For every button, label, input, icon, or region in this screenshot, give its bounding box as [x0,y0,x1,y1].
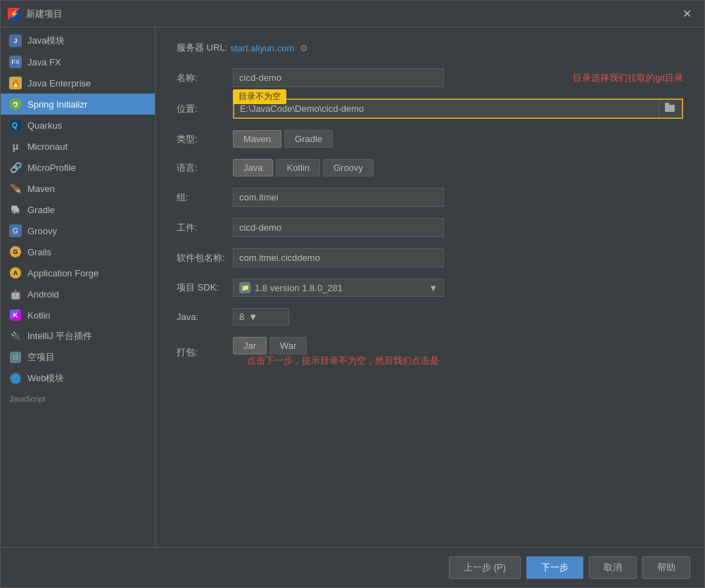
package-jar-button[interactable]: Jar [233,337,267,354]
sidebar-label-web: Web模块 [27,372,65,385]
location-field-wrap [233,98,683,119]
svg-point-0 [11,99,20,109]
sidebar-item-micronaut[interactable]: μ Micronaut [1,136,155,157]
package-input[interactable] [233,248,444,267]
language-kotlin-button[interactable]: Kotlin [276,159,320,177]
package-name-row: 软件包名称: [177,248,683,267]
sdk-row: 项目 SDK: 📁 1.8 version 1.8.0_281 ▼ [177,279,683,297]
sidebar-item-spring-initializr[interactable]: Spring Initializr [1,94,155,115]
group-input[interactable] [233,188,444,207]
intellij-icon: 🔌 [9,330,22,343]
sdk-dropdown[interactable]: 📁 1.8 version 1.8.0_281 ▼ [233,279,444,297]
content-area: J Java模块 FX Java FX 🔥 Java Enterprise [1,27,704,547]
microprofile-icon: 🔗 [9,161,22,174]
sidebar-item-java-enterprise[interactable]: 🔥 Java Enterprise [1,72,155,94]
package-field [233,248,683,267]
name-field-wrap: 目录不为空 [233,68,559,87]
package-type-group: Jar War [233,337,683,354]
sidebar-item-gradle[interactable]: 🐘 Gradle [1,199,155,220]
next-button[interactable]: 下一步 [526,556,583,579]
gear-icon[interactable]: ⚙ [300,43,308,53]
package-type-label: 打包: [177,346,233,359]
type-gradle-button[interactable]: Gradle [284,130,333,148]
java-dropdown-arrow: ▼ [248,312,258,322]
sidebar-label-gradle: Gradle [27,205,55,215]
java-enterprise-icon: 🔥 [9,77,22,89]
name-input[interactable] [233,68,444,87]
language-button-group: Java Kotlin Groovy [233,159,683,177]
type-maven-button[interactable]: Maven [233,130,281,148]
sidebar-item-maven[interactable]: 🪶 Maven [1,178,155,199]
micronaut-icon: μ [9,140,22,153]
language-groovy-button[interactable]: Groovy [323,159,374,177]
sdk-label: 项目 SDK: [177,281,233,294]
dialog-title: 新建项目 [26,8,677,20]
sidebar-label-appforge: Application Forge [27,268,99,279]
app-icon: ⚡ [8,8,20,20]
tooltip-empty-dir: 目录不为空 [233,89,286,104]
type-row: 类型: Maven Gradle [177,130,683,148]
sidebar-label-micronaut: Micronaut [27,141,68,152]
sidebar-section-javascript: JavaScript [1,389,155,406]
java-module-icon: J [9,34,22,47]
sidebar-label-microprofile: MicroProfile [27,162,76,173]
sidebar-label-quarkus: Quarkus [27,120,62,131]
sidebar-item-microprofile[interactable]: 🔗 MicroProfile [1,157,155,178]
location-label: 位置: [177,103,233,115]
location-input[interactable] [234,100,659,117]
sidebar-item-grails[interactable]: G Grails [1,241,155,262]
sidebar-item-java-fx[interactable]: FX Java FX [1,51,155,72]
group-field [233,188,683,207]
android-icon: 🤖 [9,288,22,300]
help-button[interactable]: 帮助 [642,556,690,579]
sidebar-item-kotlin[interactable]: K Kotlin [1,305,155,326]
package-label: 软件包名称: [177,252,233,264]
sidebar-item-application-forge[interactable]: A Application Forge [1,262,155,283]
language-row: 语言: Java Kotlin Groovy [177,159,683,177]
group-row: 组: [177,188,683,207]
artifact-input[interactable] [233,218,444,237]
artifact-row: 工件: [177,218,683,237]
sdk-value: 1.8 version 1.8.0_281 [255,283,343,293]
cancel-button[interactable]: 取消 [589,556,637,579]
sdk-folder-icon: 📁 [239,282,250,293]
sidebar-item-intellij-plugin[interactable]: 🔌 IntelliJ 平台插件 [1,326,155,347]
sidebar-item-quarkus[interactable]: Q Quarkus [1,115,155,136]
java-version-dropdown[interactable]: 8 ▼ [233,308,289,326]
gradle-icon: 🐘 [9,203,22,216]
sidebar-item-empty-project[interactable]: □ 空项目 [1,347,155,368]
artifact-label: 工件: [177,222,233,234]
package-war-button[interactable]: War [269,337,307,354]
package-type-field: Jar War 点击下一步，提示目录不为空，然后我们点击是 [233,337,683,367]
artifact-field [233,218,683,237]
prev-button[interactable]: 上一步 (P) [449,556,521,579]
sdk-dropdown-arrow: ▼ [428,283,438,293]
sidebar-label-maven: Maven [27,184,55,194]
package-type-row: 打包: Jar War 点击下一步，提示目录不为空，然后我们点击是 [177,337,683,367]
sidebar-item-groovy[interactable]: G Groovy [1,220,155,241]
sidebar-item-java-module[interactable]: J Java模块 [1,30,155,51]
web-icon: 🌐 [9,372,22,385]
language-java-button[interactable]: Java [233,159,273,177]
annotation-location: 目录选择我们拉取的git目录 [573,72,683,84]
maven-icon: 🪶 [9,182,22,195]
sidebar-item-web-module[interactable]: 🌐 Web模块 [1,368,155,389]
server-url-link[interactable]: start.aliyun.com [230,43,294,53]
close-button[interactable]: ✕ [677,4,697,23]
sidebar-label-empty: 空项目 [27,351,55,364]
sidebar-item-android[interactable]: 🤖 Android [1,283,155,305]
sidebar-label-grails: Grails [27,247,51,257]
sidebar-label-java-enterprise: Java Enterprise [27,78,91,89]
name-row: 名称: 目录不为空 目录选择我们拉取的git目录 [177,68,683,87]
svg-rect-3 [665,105,675,112]
sidebar-label-kotlin: Kotlin [27,310,51,321]
appforge-icon: A [9,267,22,279]
browse-button[interactable] [659,100,682,117]
new-project-dialog: ⚡ 新建项目 ✕ J Java模块 FX Java FX 🔥 Java Ente… [0,0,705,588]
main-panel: 服务器 URL: start.aliyun.com ⚙ 名称: 目录不为空 目录… [155,27,704,547]
group-label: 组: [177,191,233,204]
quarkus-icon: Q [9,119,22,132]
java-row: Java: 8 ▼ [177,308,683,326]
java-field: 8 ▼ [233,308,683,326]
server-url-label: 服务器 URL: [177,41,227,54]
